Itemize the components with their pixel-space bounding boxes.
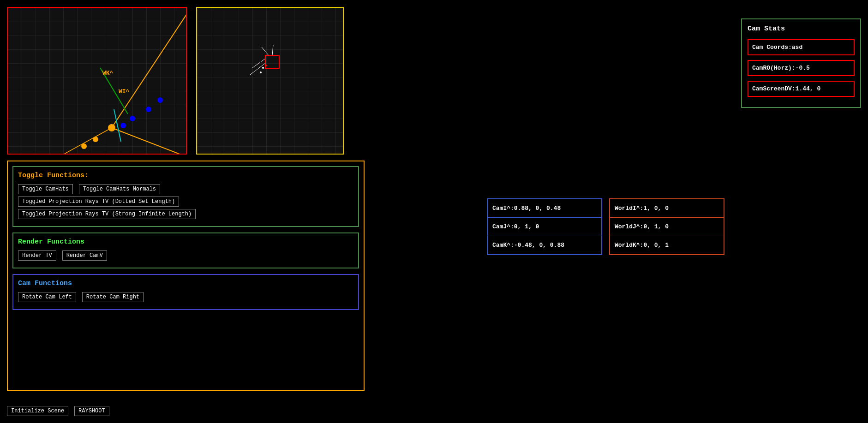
viewport-right (196, 7, 344, 155)
svg-point-23 (260, 71, 262, 73)
rayshoot-button[interactable]: RAYSHOOT (74, 406, 109, 416)
cam-i-row: CamI^:0.88, 0, 0.48 (488, 199, 601, 218)
toggle-camhats-button[interactable]: Toggle CamHats (18, 184, 73, 194)
toggle-section-title: Toggle Functions: (18, 172, 353, 179)
bottom-buttons: Initialize Scene RAYSHOOT (7, 406, 112, 418)
world-i-label: WorldI^:1, 0, 0 (615, 205, 669, 212)
svg-point-7 (146, 107, 151, 112)
svg-point-24 (265, 65, 267, 66)
toggle-projection-strong-button[interactable]: Toggled Projection Rays TV (Strong Infin… (18, 209, 196, 219)
toggle-camhats-normals-button[interactable]: Toggle CamHats Normals (79, 184, 160, 194)
viewport-left: WK^ WI^ (7, 7, 187, 155)
cam-stats-title: Cam Stats (748, 25, 855, 33)
cam-coords-label: Cam Coords:asd (752, 44, 802, 51)
svg-rect-0 (8, 8, 186, 154)
render-section: Render Functions Render TV Render CamV (12, 232, 359, 268)
svg-point-10 (108, 124, 115, 131)
render-section-title: Render Functions (18, 238, 353, 246)
toggle-section: Toggle Functions: Toggle CamHats Toggle … (12, 166, 359, 227)
cam-section-title: Cam Functions (18, 280, 353, 287)
world-i-row: WorldI^:1, 0, 0 (610, 199, 724, 218)
grid-right (197, 8, 343, 154)
cam-buttons: Rotate Cam Left Rotate Cam Right (18, 292, 353, 304)
rotate-cam-left-button[interactable]: Rotate Cam Left (18, 292, 76, 302)
world-k-label: WorldK^:0, 0, 1 (615, 242, 669, 249)
svg-point-6 (157, 97, 163, 103)
render-camv-button[interactable]: Render CamV (62, 250, 107, 261)
cam-stats-panel: Cam Stats Cam Coords:asd CamRO(Horz):-0.… (741, 18, 861, 108)
cam-section: Cam Functions Rotate Cam Left Rotate Cam… (12, 274, 359, 310)
world-j-label: WorldJ^:0, 1, 0 (615, 223, 669, 230)
grid-left: WK^ WI^ (8, 8, 186, 154)
svg-point-8 (130, 116, 135, 121)
cam-vectors-panel: CamI^:0.88, 0, 0.48 CamJ^:0, 1, 0 CamK^:… (487, 198, 602, 255)
render-tv-button[interactable]: Render TV (18, 250, 56, 261)
cam-coords-row: Cam Coords:asd (748, 39, 855, 55)
toggle-buttons: Toggle CamHats Toggle CamHats Normals To… (18, 184, 353, 221)
toggle-projection-dotted-button[interactable]: Toggled Projection Rays TV (Dotted Set L… (18, 197, 179, 207)
world-j-row: WorldJ^:0, 1, 0 (610, 218, 724, 236)
rotate-cam-right-button[interactable]: Rotate Cam Right (82, 292, 144, 302)
cam-ro-row: CamRO(Horz):-0.5 (748, 60, 855, 76)
cam-j-label: CamJ^:0, 1, 0 (492, 223, 539, 230)
svg-text:WK^: WK^ (102, 70, 114, 77)
cam-screen-dv-row: CamScreenDV:1.44, 0 (748, 81, 855, 97)
cam-ro-label: CamRO(Horz):-0.5 (752, 65, 810, 71)
cam-k-label: CamK^:-0.48, 0, 0.88 (492, 242, 564, 249)
svg-point-22 (262, 67, 264, 69)
svg-point-12 (81, 143, 87, 149)
world-vectors-panel: WorldI^:1, 0, 0 WorldJ^:0, 1, 0 WorldK^:… (609, 198, 724, 255)
cam-i-label: CamI^:0.88, 0, 0.48 (492, 205, 561, 212)
svg-text:WI^: WI^ (119, 88, 130, 95)
svg-point-11 (93, 137, 98, 142)
cam-k-row: CamK^:-0.48, 0, 0.88 (488, 236, 601, 254)
initialize-scene-button[interactable]: Initialize Scene (7, 406, 68, 416)
svg-rect-16 (197, 8, 343, 154)
svg-point-9 (120, 123, 126, 128)
cam-j-row: CamJ^:0, 1, 0 (488, 218, 601, 236)
render-buttons: Render TV Render CamV (18, 250, 353, 263)
main-panel: Toggle Functions: Toggle CamHats Toggle … (7, 161, 365, 391)
cam-screen-dv-label: CamScreenDV:1.44, 0 (752, 85, 820, 92)
world-k-row: WorldK^:0, 0, 1 (610, 236, 724, 254)
